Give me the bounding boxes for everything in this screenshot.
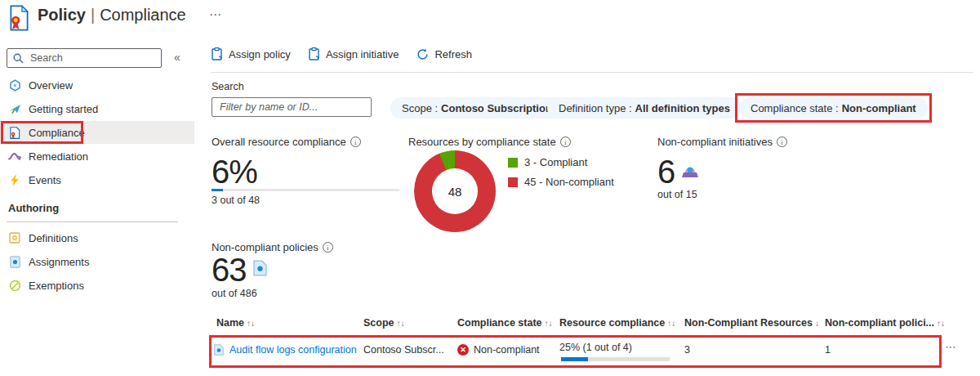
clipboard-icon xyxy=(309,47,320,60)
overall-compliance-title-text: Overall resource compliance xyxy=(212,136,346,148)
sidebar-divider xyxy=(7,222,178,222)
table-row-scope-cell: Contoso Subscr... xyxy=(363,344,444,356)
definitions-icon xyxy=(8,231,21,244)
assign-initiative-label: Assign initiative xyxy=(326,48,399,60)
filter-search-label: Search xyxy=(212,81,244,92)
page-title-service: Policy xyxy=(38,6,86,24)
filter-pill-label: Compliance state : xyxy=(751,102,839,114)
legend-item-non-compliant: 45 - Non-compliant xyxy=(508,176,614,188)
annotation-box-compliance-state: Compliance state :Non-compliant xyxy=(735,93,932,123)
policy-name-link[interactable]: Audit flow logs configuration xyxy=(229,344,357,356)
row-context-menu-icon[interactable]: ⋯ xyxy=(945,340,958,353)
sidebar-item-label: Assignments xyxy=(29,256,89,268)
sort-icon: ↓ xyxy=(815,319,819,328)
sidebar-item-compliance[interactable]: Compliance xyxy=(0,121,194,144)
legend-swatch-non-compliant xyxy=(508,177,518,187)
row-compliance-bar-fill xyxy=(561,357,588,361)
page-title-separator: | xyxy=(91,6,95,24)
legend-label: 45 - Non-compliant xyxy=(524,176,614,188)
refresh-label: Refresh xyxy=(434,48,472,60)
search-icon xyxy=(13,53,24,64)
toolbar-divider xyxy=(211,72,973,73)
filter-input[interactable] xyxy=(212,97,372,117)
overall-compliance-percent: 6% xyxy=(212,155,257,188)
column-label: Resource compliance xyxy=(559,317,665,329)
info-icon[interactable] xyxy=(350,137,361,147)
remediation-icon xyxy=(8,150,21,163)
exemptions-icon xyxy=(8,279,21,292)
donut-center-label: 48 xyxy=(432,168,478,214)
overall-compliance-sub: 3 out of 48 xyxy=(212,195,260,206)
column-header-compliance-state[interactable]: Compliance state↑↓ xyxy=(457,317,553,329)
column-header-noncompliant-resources[interactable]: Non-Compliant Resources↓ xyxy=(684,317,819,329)
sidebar-item-label: Definitions xyxy=(29,232,78,244)
row-compliance-bar xyxy=(561,357,670,361)
donut-title-text: Resources by compliance state xyxy=(408,136,556,148)
noncompliant-policies-value: 63 xyxy=(212,253,267,286)
sidebar-item-overview[interactable]: Overview xyxy=(0,74,194,96)
sidebar-search-input[interactable] xyxy=(29,51,155,65)
sidebar-item-remediation[interactable]: Remediation xyxy=(0,145,194,168)
filter-pill-label: Definition type : xyxy=(559,102,632,114)
noncompliant-policies-sub: out of 486 xyxy=(212,288,257,299)
command-bar: Assign policy Assign initiative Refresh xyxy=(212,47,472,60)
sidebar-item-label: Getting started xyxy=(29,103,98,115)
sidebar-item-label: Compliance xyxy=(29,127,85,139)
info-icon[interactable] xyxy=(777,137,787,147)
page-more-icon[interactable]: ⋯ xyxy=(209,7,223,22)
column-header-name[interactable]: Name↑↓ xyxy=(216,317,255,329)
column-label: Non-Compliant Resources xyxy=(684,317,813,329)
column-header-scope[interactable]: Scope↑↓ xyxy=(363,317,405,329)
policy-doc-icon xyxy=(214,344,224,356)
refresh-button[interactable]: Refresh xyxy=(416,48,472,60)
sidebar-item-getting-started[interactable]: Getting started xyxy=(0,97,194,120)
noncompliant-policies-number: 63 xyxy=(212,253,247,286)
events-icon xyxy=(8,173,21,186)
sidebar-item-definitions[interactable]: Definitions xyxy=(0,226,194,249)
refresh-icon xyxy=(416,48,429,60)
state-label: Non-compliant xyxy=(474,344,540,356)
sort-icon: ↑↓ xyxy=(667,319,675,328)
sidebar-search-box[interactable] xyxy=(7,48,162,68)
filter-pill-definition-type[interactable]: Definition type :All definition types xyxy=(547,97,742,119)
info-icon[interactable] xyxy=(560,137,571,147)
sidebar-item-label: Remediation xyxy=(29,150,88,163)
sidebar-item-exemptions[interactable]: Exemptions xyxy=(0,274,194,297)
column-label: Non-compliant polici... xyxy=(825,317,934,329)
sort-icon: ↑↓ xyxy=(937,319,945,328)
assignments-icon xyxy=(8,255,21,268)
filter-pill-compliance-state[interactable]: Compliance state :Non-compliant xyxy=(739,97,928,119)
filter-pill-value: Contoso Subscription xyxy=(441,102,552,114)
compliance-icon xyxy=(8,126,21,139)
table-row-noncompliant-resources-cell: 3 xyxy=(684,344,690,356)
filter-pill-label: Scope : xyxy=(402,102,438,114)
initiative-icon xyxy=(681,162,699,178)
column-label: Scope xyxy=(363,317,394,329)
sidebar-item-label: Events xyxy=(29,174,61,186)
filter-pill-scope[interactable]: Scope :Contoso Subscription xyxy=(390,97,564,119)
overall-compliance-value: 6% xyxy=(212,155,257,188)
column-header-noncompliant-policies[interactable]: Non-compliant polici...↑↓ xyxy=(825,317,945,329)
column-label: Name xyxy=(216,317,244,329)
info-icon[interactable] xyxy=(323,242,333,253)
overview-icon xyxy=(8,78,21,92)
table-row-state-cell: ✕ Non-compliant xyxy=(457,344,540,356)
sort-icon: ↑↓ xyxy=(397,319,405,328)
sort-icon: ↑↓ xyxy=(247,319,255,328)
assign-policy-button[interactable]: Assign policy xyxy=(212,47,291,60)
column-header-resource-compliance[interactable]: Resource compliance↑↓ xyxy=(559,317,675,329)
sidebar-item-events[interactable]: Events xyxy=(0,168,194,191)
overall-compliance-bar-fill xyxy=(212,189,223,191)
sidebar-collapse-icon[interactable]: « xyxy=(174,51,180,64)
azure-policy-compliance-page: Policy|Compliance ⋯ « Overview Getting s… xyxy=(0,0,980,376)
filter-pill-value: All definition types xyxy=(635,102,730,114)
filter-pill-value: Non-compliant xyxy=(842,102,916,114)
legend-label: 3 - Compliant xyxy=(524,156,587,168)
sidebar-item-assignments[interactable]: Assignments xyxy=(0,250,194,273)
noncompliant-initiatives-number: 6 xyxy=(657,155,675,188)
sort-icon: ↑↓ xyxy=(545,319,553,328)
assign-initiative-button[interactable]: Assign initiative xyxy=(309,47,399,60)
table-row-name-cell: Audit flow logs configuration xyxy=(214,344,357,356)
overall-compliance-title: Overall resource compliance xyxy=(212,136,361,148)
donut-title: Resources by compliance state xyxy=(408,136,571,148)
